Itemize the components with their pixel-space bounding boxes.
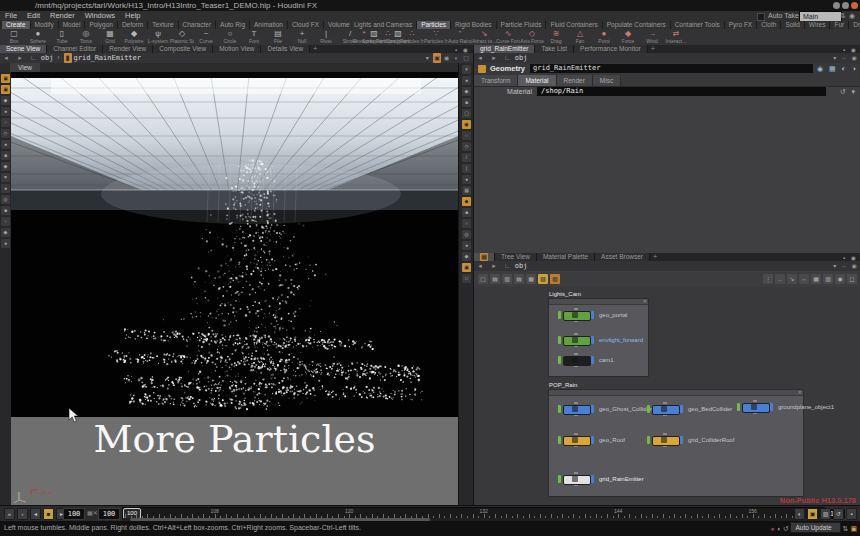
message-icon[interactable]: ◖ [776,525,780,532]
tab-material-palette[interactable]: Material Palette [537,253,595,261]
playbar-icon[interactable]: ▪ [846,508,857,520]
net-view-icon[interactable]: ↔ [799,274,809,284]
tool-attract-to-[interactable]: ↘Attract to... [472,29,496,44]
side-tool-icon[interactable]: ◎ [1,195,10,204]
tab-take-list[interactable]: Take List [535,45,574,53]
viewport-tool-icon[interactable]: ○ [462,131,471,140]
close-button[interactable] [851,2,858,9]
node-input-stub[interactable] [574,333,578,335]
path-segment-obj[interactable]: obj [515,54,528,62]
auto-takes-checkbox[interactable] [757,13,765,21]
node-display-flag[interactable] [680,436,683,444]
shelf-tab-polygon[interactable]: Polygon [85,21,118,29]
playbar-icon[interactable]: ↺ [833,508,844,520]
viewport-tool-icon[interactable]: ◆ [462,87,471,96]
net-folder-icon[interactable]: ▧ [550,274,560,284]
snap-icon[interactable]: ▣ [433,53,441,63]
viewport-tool-icon[interactable]: ● [462,76,471,85]
shelf-tab-animation[interactable]: Animation [250,21,288,29]
take-spinner-icon[interactable]: ⇅ [840,12,846,20]
net-view-icon[interactable]: ▥ [823,274,833,284]
side-tool-icon[interactable]: ◆ [1,96,10,105]
node-display-flag[interactable] [591,356,594,364]
shelf-tab-model[interactable]: Model [59,21,86,29]
close-icon[interactable]: ✕ [798,389,802,395]
close-icon[interactable]: ✕ [643,298,647,304]
viewport-tool-icon[interactable]: ▣ [462,263,471,272]
viewport-tool-icon[interactable]: ◉ [462,120,471,129]
menu-windows[interactable]: Windows [80,11,120,21]
path-forward-icon[interactable]: ▸ [488,261,500,271]
help-bulb-icon[interactable]: ◉ [849,12,855,20]
tool-sphere[interactable]: ●Sphere [26,29,50,44]
shelf-tab-cloth[interactable]: Cloth [757,21,781,29]
tool-box[interactable]: ▢Box [2,29,26,44]
material-path-field[interactable]: /shop/Rain [537,87,826,96]
select-mode-icon[interactable]: ◉ [443,53,451,63]
node-template-flag[interactable] [647,405,650,413]
side-tool-icon[interactable]: ○ [1,217,10,226]
viewport-tool-icon[interactable]: ■ [462,98,471,107]
node-input-stub[interactable] [663,402,667,404]
side-tool-icon[interactable]: ◆ [1,228,10,237]
shelf-tab-character[interactable]: Character [179,21,217,29]
tool-interact-[interactable]: ⇄Interact... [664,29,688,44]
tool-drag[interactable]: ≋Drag [544,29,568,44]
viewport-3d[interactable] [11,72,458,505]
net-view-icon[interactable]: ▦ [811,274,821,284]
net-tool-icon[interactable]: ▢ [478,274,488,284]
side-tool-icon[interactable]: ▣ [1,74,10,83]
tool-torus[interactable]: ◎Torus [74,29,98,44]
net-view-icon[interactable]: ⋮ [763,274,773,284]
node-template-flag[interactable] [737,403,740,411]
minimize-button[interactable] [833,2,840,9]
magnifier-icon[interactable]: ◉ [850,261,858,271]
back-arrow-icon[interactable]: ← [840,53,848,63]
tab-network-editor[interactable]: ▦ [474,253,495,261]
shelf-tab-texture[interactable]: Texture [148,21,178,29]
path-forward-icon[interactable]: ▸ [488,53,500,63]
record-icon[interactable]: ● [770,525,774,532]
net-folder-icon[interactable]: ▨ [538,274,548,284]
viewport-tool-icon[interactable]: ▢ [462,109,471,118]
pane-control-icons[interactable]: ▪ ◉ [843,254,858,261]
stop-button[interactable]: ■ [43,508,54,520]
node-template-flag[interactable] [558,311,561,319]
tool-rivet[interactable]: |Rivet [314,29,338,44]
shelf-tab-deform[interactable]: Deform [118,21,148,29]
net-view-icon[interactable]: ‥ [775,274,785,284]
tool-particles-fr-[interactable]: ∴Particles fr... [376,29,400,44]
viewport-tool-icon[interactable]: □ [462,274,471,283]
pane-control-icons[interactable]: ▪ ◉ [843,46,858,53]
side-tool-icon[interactable]: ◆ [1,162,10,171]
tab-channel-editor[interactable]: Channel Editor [47,45,103,53]
tool-font[interactable]: TFont [242,29,266,44]
playbar-icon[interactable]: ◐ [794,508,805,520]
shelf-tab-wires[interactable]: Wires [805,21,831,29]
side-tool-icon[interactable]: ■ [1,151,10,160]
node-display-flag[interactable] [591,405,594,413]
viewport-tool-icon[interactable]: ▾ [462,65,471,74]
network-box-titlebar[interactable]: ✕ [549,299,648,305]
side-tool-icon[interactable]: ● [1,184,10,193]
tab-scene-view[interactable]: Scene View [0,45,47,53]
node-name-field[interactable]: grid_RainEmitter [530,64,813,73]
tool-force[interactable]: ◆Force [616,29,640,44]
viewport-tool-icon[interactable]: ◆ [462,252,471,261]
new-tab-icon[interactable]: + [310,45,320,53]
node-display-flag[interactable] [591,475,594,483]
shelf-tab-pyro-fx[interactable]: Pyro FX [725,21,757,29]
memory-icon[interactable]: ▣ [850,525,857,532]
menu-file[interactable]: File [0,11,22,21]
side-tool-icon[interactable]: ■ [1,206,10,215]
tab-composite-view[interactable]: Composite View [153,45,213,53]
tab-grid-rainemitter[interactable]: grid_RainEmitter [474,45,535,53]
viewport-tool-icon[interactable]: ● [462,175,471,184]
tool-fireworks[interactable]: *Fireworks [352,29,376,44]
viewport-tool-icon[interactable]: ● [462,241,471,250]
path-segment-obj[interactable]: obj [515,262,528,270]
side-tool-icon[interactable]: ▣ [1,85,10,94]
shelf-tab-solid[interactable]: Solid [781,21,804,29]
shelf-tab-auto-rig[interactable]: Auto Rig [216,21,250,29]
node-template-flag[interactable] [647,436,650,444]
